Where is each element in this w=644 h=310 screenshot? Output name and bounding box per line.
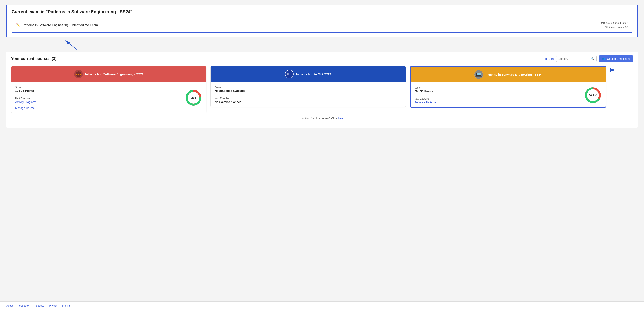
page-wrapper: Current exam in "Patterns in Software En…: [0, 0, 644, 310]
score-value-2: 20 / 30 Points: [414, 89, 584, 93]
exam-card[interactable]: ✏️ Patterns in Software Engineering - In…: [12, 17, 632, 33]
enrollment-label: Course Enrollment: [607, 57, 630, 60]
course-card-patterns-se[interactable]: Patterns in Software Engineering - SS24 …: [410, 66, 606, 108]
course-card-header-patterns: Patterns in Software Engineering - SS24: [410, 67, 606, 82]
course-card-header-intro-se: </> Introduction Software Engineering - …: [11, 66, 206, 82]
card-body-text-1: Score No statistics available Next Exerc…: [214, 86, 402, 104]
laptop-icon: [474, 70, 483, 79]
card-body-inner-2: Score 20 / 30 Points Next Exercise: Soft…: [414, 86, 602, 104]
course-card-intro-cpp[interactable]: C++ Introduction to C++ SS24 Score No st…: [210, 66, 406, 107]
next-exercise-label-0: Next Exercise:: [15, 97, 184, 100]
courses-controls: ⇅ Sort 🔍 👥 Course Enrollment: [545, 55, 633, 62]
divider-2: [414, 95, 584, 95]
footer-link-releases[interactable]: Releases: [34, 304, 44, 307]
course-card-body-cpp: Score No statistics available Next Exerc…: [210, 82, 406, 107]
footer-link-feedback[interactable]: Feedback: [18, 304, 29, 307]
search-icon: 🔍: [591, 57, 594, 60]
card-body-inner-0: Score 19 / 25 Points Next Exercise: Acti…: [15, 86, 202, 110]
svg-line-1: [65, 40, 77, 50]
main-content: Current exam in "Patterns in Software En…: [0, 0, 644, 301]
search-input[interactable]: [558, 57, 590, 60]
course-card-intro-se[interactable]: </> Introduction Software Engineering - …: [11, 66, 206, 113]
manage-course-link-0[interactable]: Manage Course →: [15, 106, 38, 110]
enrollment-button[interactable]: 👥 Course Enrollment: [599, 55, 633, 62]
exam-start: Start: Oct 29, 2024 02:22: [600, 21, 628, 25]
old-courses-text: Looking for old courses? Click here: [11, 113, 633, 124]
courses-grid: </> Introduction Software Engineering - …: [11, 66, 633, 113]
course-card-header-intro-cpp: C++ Introduction to C++ SS24: [210, 66, 406, 82]
search-wrapper: 🔍: [556, 56, 596, 62]
card-body-text-0: Score 19 / 25 Points Next Exercise: Acti…: [15, 86, 184, 110]
sort-label: Sort: [548, 57, 554, 60]
next-exercise-none-1: No exercise planned: [214, 100, 241, 104]
sort-button[interactable]: ⇅ Sort: [545, 57, 554, 61]
course-title-intro-se: Introduction Software Engineering - SS24: [85, 72, 144, 76]
score-value-0: 19 / 25 Points: [15, 89, 184, 92]
svg-text:</>: </>: [76, 73, 81, 76]
arrow-up-svg: [62, 39, 85, 51]
sort-icon: ⇅: [545, 57, 547, 61]
score-label-2: Score: [414, 86, 584, 89]
donut-chart-0: 76%: [184, 89, 202, 107]
exam-section: Current exam in "Patterns in Software En…: [6, 5, 638, 37]
old-courses-link[interactable]: here: [338, 117, 344, 120]
donut-label-0: 76%: [190, 96, 196, 99]
footer: About Feedback Releases Privacy Imprint: [0, 301, 644, 310]
donut-label-2: 66.7%: [589, 93, 597, 97]
next-exercise-label-2: Next Exercise:: [414, 97, 584, 100]
next-exercise-label-1: Next Exercise:: [214, 97, 402, 100]
right-arrow-svg: [613, 66, 633, 74]
old-courses-prefix: Looking for old courses? Click: [300, 117, 337, 120]
svg-rect-9: [476, 73, 481, 75]
exam-section-title: Current exam in "Patterns in Software En…: [12, 9, 632, 14]
arrow-annotation-up: [6, 39, 638, 51]
card-body-text-2: Score 20 / 30 Points Next Exercise: Soft…: [414, 86, 584, 104]
footer-link-about[interactable]: About: [6, 304, 13, 307]
donut-chart-2: 66.7%: [584, 86, 602, 104]
course-icon-patterns: [474, 70, 483, 79]
footer-link-imprint[interactable]: Imprint: [62, 304, 70, 307]
course-title-cpp: Introduction to C++ SS24: [296, 72, 331, 76]
card-body-inner-1: Score No statistics available Next Exerc…: [214, 86, 402, 104]
code-icon: </>: [76, 71, 81, 77]
enrollment-icon: 👥: [602, 57, 606, 60]
pencil-icon: ✏️: [16, 23, 20, 27]
footer-link-privacy[interactable]: Privacy: [49, 304, 58, 307]
course-icon-cpp: C++: [285, 70, 294, 78]
course-card-body-patterns: Score 20 / 30 Points Next Exercise: Soft…: [410, 82, 606, 107]
courses-title: Your current courses (3): [11, 56, 56, 61]
score-value-1: No statistics available: [214, 89, 402, 92]
cpp-text-icon: C++: [287, 73, 292, 76]
exam-card-title: Patterns in Software Engineering - Inter…: [23, 23, 98, 27]
right-arrow-container: [610, 66, 633, 74]
next-exercise-link-0[interactable]: Activity Diagrams: [15, 100, 36, 104]
courses-header: Your current courses (3) ⇅ Sort 🔍 👥 Cour…: [11, 55, 633, 62]
next-exercise-link-2[interactable]: Software Patterns: [414, 101, 436, 104]
exam-card-left: ✏️ Patterns in Software Engineering - In…: [16, 23, 98, 27]
course-icon-intro-se: </>: [74, 70, 83, 78]
exam-attainable: Attainable Points: 30: [600, 25, 628, 29]
exam-card-right: Start: Oct 29, 2024 02:22 Attainable Poi…: [600, 21, 628, 29]
score-label-1: Score: [214, 86, 402, 89]
course-card-body-intro-se: Score 19 / 25 Points Next Exercise: Acti…: [11, 82, 206, 113]
course-title-patterns: Patterns in Software Engineering - SS24: [485, 73, 542, 76]
score-label-0: Score: [15, 86, 184, 89]
svg-rect-10: [475, 76, 482, 76]
courses-section: Your current courses (3) ⇅ Sort 🔍 👥 Cour…: [6, 51, 638, 128]
